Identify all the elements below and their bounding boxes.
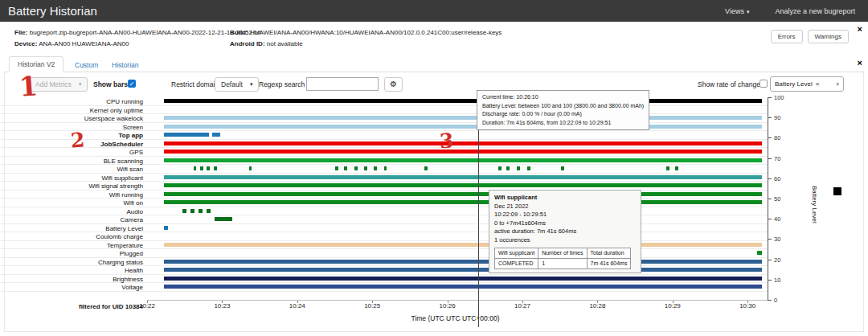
chart-row-track[interactable] bbox=[147, 106, 764, 114]
chart-bar[interactable] bbox=[506, 166, 510, 170]
chart-row-track[interactable] bbox=[147, 199, 764, 207]
chart-bar[interactable] bbox=[207, 209, 211, 213]
chart-row-track[interactable] bbox=[147, 97, 764, 105]
chart-row[interactable]: GPS bbox=[0, 148, 768, 157]
chart-bar[interactable] bbox=[164, 260, 761, 264]
chart-row-track[interactable] bbox=[147, 131, 764, 139]
chart-row[interactable]: Screen bbox=[0, 123, 768, 132]
chart-bar[interactable] bbox=[164, 226, 168, 230]
chart-bar[interactable] bbox=[164, 150, 761, 154]
metric-select[interactable]: Battery Level × ▾ bbox=[770, 76, 844, 92]
gear-icon[interactable]: ⚙ bbox=[384, 77, 403, 92]
chart-row-track[interactable] bbox=[147, 207, 764, 215]
chart-row-track[interactable] bbox=[147, 157, 764, 165]
chart-bar[interactable] bbox=[164, 268, 761, 272]
chart-bar[interactable] bbox=[527, 166, 530, 170]
chart-row[interactable]: Top app bbox=[0, 131, 768, 140]
chart-row[interactable]: Wifi signal strength bbox=[0, 182, 768, 191]
chart-row-track[interactable] bbox=[147, 224, 764, 232]
tab-historian[interactable]: Historian bbox=[104, 58, 147, 72]
chart-row[interactable]: Kernel only uptime bbox=[0, 106, 768, 115]
chart-bar[interactable] bbox=[424, 166, 428, 170]
chart-row-track[interactable] bbox=[147, 174, 764, 182]
chart-bar[interactable] bbox=[164, 175, 761, 179]
chart-bar[interactable] bbox=[675, 166, 678, 170]
chart-bar[interactable] bbox=[182, 209, 186, 213]
chart-row[interactable]: CPU running bbox=[0, 97, 768, 106]
chart-row-track[interactable] bbox=[147, 182, 764, 190]
chart-bar[interactable] bbox=[757, 251, 761, 255]
chart-row[interactable]: Wifi running bbox=[0, 191, 768, 199]
chart-bar[interactable] bbox=[164, 285, 761, 289]
chart-bar[interactable] bbox=[164, 133, 208, 137]
chart-bar[interactable] bbox=[164, 243, 761, 247]
chart-row-track[interactable] bbox=[147, 114, 764, 122]
chart-row-track[interactable] bbox=[147, 165, 764, 173]
chart-bar[interactable] bbox=[199, 209, 203, 213]
chart-bar[interactable] bbox=[364, 166, 367, 170]
chart-bar[interactable] bbox=[215, 217, 231, 221]
chart-row[interactable]: Battery Level bbox=[0, 224, 768, 233]
chart-bar[interactable] bbox=[498, 166, 502, 170]
chart-row[interactable]: Charging status bbox=[0, 258, 768, 267]
views-menu[interactable]: Views▾ bbox=[725, 7, 749, 15]
chart-row-track[interactable] bbox=[147, 266, 764, 274]
chart-bar[interactable] bbox=[354, 166, 358, 170]
errors-button[interactable]: Errors bbox=[771, 30, 803, 43]
chart-row[interactable]: BLE scanning bbox=[0, 157, 768, 166]
close-icon[interactable]: × bbox=[858, 24, 862, 34]
chart-bar[interactable] bbox=[164, 125, 761, 129]
chart-row-track[interactable] bbox=[147, 275, 764, 283]
chart-row[interactable]: Temperature bbox=[0, 241, 768, 250]
chart-row[interactable]: Wifi supplicant bbox=[0, 174, 768, 182]
chart-bar[interactable] bbox=[335, 166, 338, 170]
show-bars-checkbox[interactable]: ✓ bbox=[128, 80, 136, 88]
warnings-button[interactable]: Warnings bbox=[808, 30, 850, 43]
chart-row[interactable]: Brightness bbox=[0, 275, 768, 284]
chart-row-track[interactable] bbox=[147, 283, 764, 291]
chart-bar[interactable] bbox=[164, 141, 761, 145]
chart-row[interactable]: Userspace wakelock bbox=[0, 114, 768, 123]
chart-bar[interactable] bbox=[384, 166, 387, 170]
chart-bar[interactable] bbox=[164, 192, 761, 196]
chart-row-track[interactable] bbox=[147, 215, 764, 223]
chart-bar[interactable] bbox=[561, 166, 564, 170]
chart-bar[interactable] bbox=[164, 183, 761, 187]
chart-bar[interactable] bbox=[164, 116, 761, 120]
chart-row[interactable]: Wifi on bbox=[0, 199, 768, 207]
tab-custom[interactable]: Custom bbox=[67, 58, 106, 72]
chart-row-track[interactable] bbox=[147, 191, 764, 199]
domain-dropdown[interactable]: Default▾ bbox=[215, 77, 259, 92]
chart-row-track[interactable] bbox=[147, 140, 764, 148]
chart-bar[interactable] bbox=[200, 166, 203, 170]
chart-row[interactable]: Plugged bbox=[0, 249, 768, 258]
chart-bar[interactable] bbox=[374, 166, 377, 170]
chart-bar[interactable] bbox=[164, 277, 761, 281]
chart-row[interactable]: Coulomb charge bbox=[0, 232, 768, 241]
chart-row-track[interactable] bbox=[147, 241, 764, 249]
close-icon[interactable]: × bbox=[858, 58, 862, 68]
chart-row-track[interactable] bbox=[147, 148, 764, 156]
regexp-search-input[interactable] bbox=[306, 77, 379, 91]
chart-row[interactable]: JobScheduler bbox=[0, 140, 768, 149]
chart-bar[interactable] bbox=[190, 209, 194, 213]
analyze-new-bugreport-link[interactable]: Analyze a new bugreport bbox=[775, 7, 855, 15]
chart-bar[interactable] bbox=[214, 166, 217, 170]
chart-row[interactable]: Audio bbox=[0, 207, 768, 216]
chart-bar[interactable] bbox=[164, 99, 761, 103]
chart-bar[interactable] bbox=[207, 166, 210, 170]
chart-bar[interactable] bbox=[164, 200, 761, 204]
chart-row-track[interactable] bbox=[147, 258, 764, 266]
chart-bar[interactable] bbox=[212, 133, 219, 137]
remove-metric-icon[interactable]: × bbox=[816, 80, 820, 88]
chart-bar[interactable] bbox=[344, 166, 347, 170]
chart-bar[interactable] bbox=[194, 166, 197, 170]
chart-row-track[interactable] bbox=[147, 249, 764, 257]
chart-row-track[interactable] bbox=[147, 123, 764, 131]
chart-bar[interactable] bbox=[249, 166, 252, 170]
chart-row[interactable]: Voltage bbox=[0, 283, 768, 292]
chart-row[interactable]: Wifi scan bbox=[0, 165, 768, 174]
chart-row[interactable]: Health bbox=[0, 266, 768, 275]
show-rate-of-change-checkbox[interactable] bbox=[760, 80, 768, 88]
chart-bar[interactable] bbox=[517, 166, 520, 170]
